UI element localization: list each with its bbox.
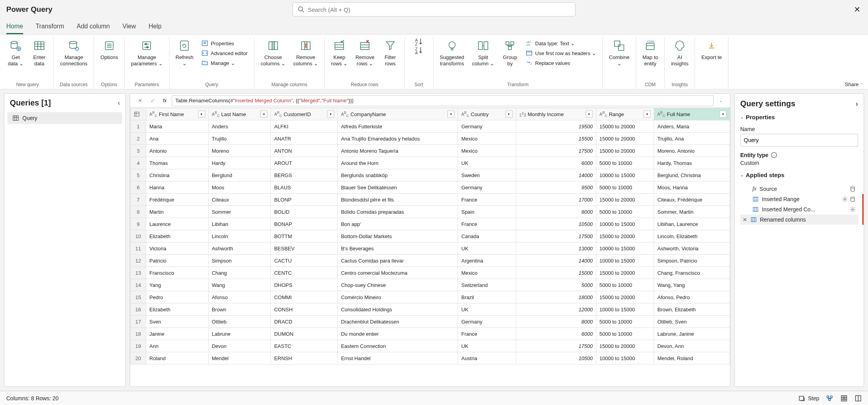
table-row[interactable]: 4ThomasHardyAROUTAround the HornUK600050…: [131, 157, 730, 169]
cell[interactable]: BLAUS: [271, 181, 338, 194]
applied-step[interactable]: fxSource: [740, 184, 858, 194]
cell[interactable]: EASTC: [271, 340, 338, 352]
cell[interactable]: 12000: [516, 303, 596, 316]
cell[interactable]: Comércio Mineiro: [338, 291, 458, 303]
cell[interactable]: Devon, Ann: [654, 340, 730, 352]
cell[interactable]: Afonso: [208, 291, 271, 303]
cell[interactable]: 5000 to 10000: [596, 157, 654, 169]
cell[interactable]: Hanna: [146, 181, 209, 194]
remove-columns-button[interactable]: Removecolumns ⌄: [290, 37, 321, 68]
cell[interactable]: Hardy: [208, 157, 271, 169]
cell[interactable]: Lincoln, Elizabeth: [654, 230, 730, 242]
manage-connections-button[interactable]: Manageconnections: [57, 37, 90, 68]
collapse-queries-button[interactable]: ‹: [118, 100, 120, 107]
row-number[interactable]: 11: [131, 242, 146, 255]
info-icon[interactable]: [771, 152, 777, 158]
cell[interactable]: Berglund, Christina: [654, 169, 730, 181]
cell[interactable]: Afonso, Pedro: [654, 291, 730, 303]
column-header[interactable]: ABCLast Name▾: [208, 108, 271, 120]
cell[interactable]: ERNSH: [271, 352, 338, 364]
cell[interactable]: 10000 to 15000: [596, 303, 654, 316]
cell[interactable]: 15000 to 20000: [596, 145, 654, 157]
cell[interactable]: Blauer See Delikatessen: [338, 181, 458, 194]
column-header[interactable]: ABCFull Name▾: [654, 108, 730, 120]
combine-button[interactable]: Combine⌄: [606, 37, 633, 68]
cell[interactable]: 5000 to 10000: [596, 328, 654, 340]
table-row[interactable]: 11VictoriaAshworthBESBEVB's BeveragesUK1…: [131, 242, 730, 255]
cell[interactable]: Canada: [458, 230, 516, 242]
cell[interactable]: France: [458, 328, 516, 340]
cell[interactable]: Spain: [458, 206, 516, 218]
cell[interactable]: Moos, Hanna: [654, 181, 730, 194]
cell[interactable]: Trujillo, Ana: [654, 133, 730, 145]
filter-dropdown[interactable]: ▾: [586, 111, 593, 118]
cell[interactable]: 5000 to 10000: [596, 316, 654, 328]
cell[interactable]: BERGS: [271, 169, 338, 181]
row-number[interactable]: 5: [131, 169, 146, 181]
cell[interactable]: 10000 to 15000: [596, 352, 654, 364]
cell[interactable]: Chop-suey Chinese: [338, 279, 458, 291]
table-row[interactable]: 19AnnDevonEASTCEastern ConnectionUK17500…: [131, 340, 730, 352]
cell[interactable]: DHOPS: [271, 279, 338, 291]
cell[interactable]: ANTON: [271, 145, 338, 157]
cell[interactable]: Hardy, Thomas: [654, 157, 730, 169]
cell[interactable]: Sommer: [208, 206, 271, 218]
replace-values-button[interactable]: 12Replace values: [522, 58, 599, 68]
keep-rows-button[interactable]: Keeprows ⌄: [328, 37, 351, 68]
cell[interactable]: Elizabeth: [146, 303, 209, 316]
cell[interactable]: Antonio Moreno Taquería: [338, 145, 458, 157]
cell[interactable]: Germany: [458, 316, 516, 328]
cell[interactable]: 17500: [516, 340, 596, 352]
cell[interactable]: Bólido Comidas preparadas: [338, 206, 458, 218]
row-number[interactable]: 4: [131, 157, 146, 169]
cell[interactable]: Moos: [208, 181, 271, 194]
fx-button[interactable]: fx: [159, 95, 170, 106]
row-number[interactable]: 1: [131, 120, 146, 133]
cell[interactable]: 15000 to 20000: [596, 120, 654, 133]
export-template-button[interactable]: Export te: [698, 37, 725, 62]
table-row[interactable]: 3AntonioMorenoANTONAntonio Moreno Taquer…: [131, 145, 730, 157]
database-icon[interactable]: [850, 186, 856, 192]
filter-dropdown[interactable]: ▾: [198, 111, 205, 118]
cell[interactable]: 15000 to 20000: [596, 133, 654, 145]
row-number[interactable]: 12: [131, 255, 146, 267]
table-row[interactable]: 8MartinSommerBOLIDBólido Comidas prepara…: [131, 206, 730, 218]
cell[interactable]: Bon app': [338, 218, 458, 230]
row-number[interactable]: 19: [131, 340, 146, 352]
cell[interactable]: Libihan, Laurence: [654, 218, 730, 230]
cell[interactable]: Laurence: [146, 218, 209, 230]
query-name-input[interactable]: [740, 134, 858, 146]
cell[interactable]: UK: [458, 242, 516, 255]
table-row[interactable]: 20RolandMendelERNSHErnst HandelAustria10…: [131, 352, 730, 364]
cell[interactable]: Mexico: [458, 133, 516, 145]
cell[interactable]: 14000: [516, 255, 596, 267]
cell[interactable]: Wang: [208, 279, 271, 291]
cell[interactable]: 15000 to 20000: [596, 230, 654, 242]
cell[interactable]: AROUT: [271, 157, 338, 169]
table-row[interactable]: 2AnaTrujilloANATRAna Trujillo Emaredados…: [131, 133, 730, 145]
group-by-button[interactable]: Groupby: [499, 37, 521, 68]
cell[interactable]: CONSH: [271, 303, 338, 316]
cell[interactable]: 19500: [516, 120, 596, 133]
cell[interactable]: BONAP: [271, 218, 338, 230]
tab-home[interactable]: Home: [6, 20, 23, 34]
cell[interactable]: Roland: [146, 352, 209, 364]
table-row[interactable]: 5ChristinaBerglundBERGSBerglunds snabbkö…: [131, 169, 730, 181]
cell[interactable]: France: [458, 194, 516, 206]
cell[interactable]: Brown: [208, 303, 271, 316]
cell[interactable]: UK: [458, 340, 516, 352]
cell[interactable]: Patricio: [146, 255, 209, 267]
cell[interactable]: Moreno: [208, 145, 271, 157]
cell[interactable]: 15000 to 20000: [596, 340, 654, 352]
share-button[interactable]: Share ⌃: [845, 81, 863, 87]
cell[interactable]: Sommer, Martin: [654, 206, 730, 218]
cell[interactable]: UK: [458, 157, 516, 169]
cell[interactable]: 5000 to 10000: [596, 279, 654, 291]
cell[interactable]: Mexico: [458, 267, 516, 279]
cell[interactable]: Mendel: [208, 352, 271, 364]
table-row[interactable]: 13FransciscoChangCENTCCentro comercial M…: [131, 267, 730, 279]
cell[interactable]: Bottom-Dollar Markets: [338, 230, 458, 242]
table-row[interactable]: 15PedroAfonsoCOMMIComércio MineiroBrazil…: [131, 291, 730, 303]
cell[interactable]: 10000 to 15000: [596, 218, 654, 230]
row-number[interactable]: 16: [131, 303, 146, 316]
